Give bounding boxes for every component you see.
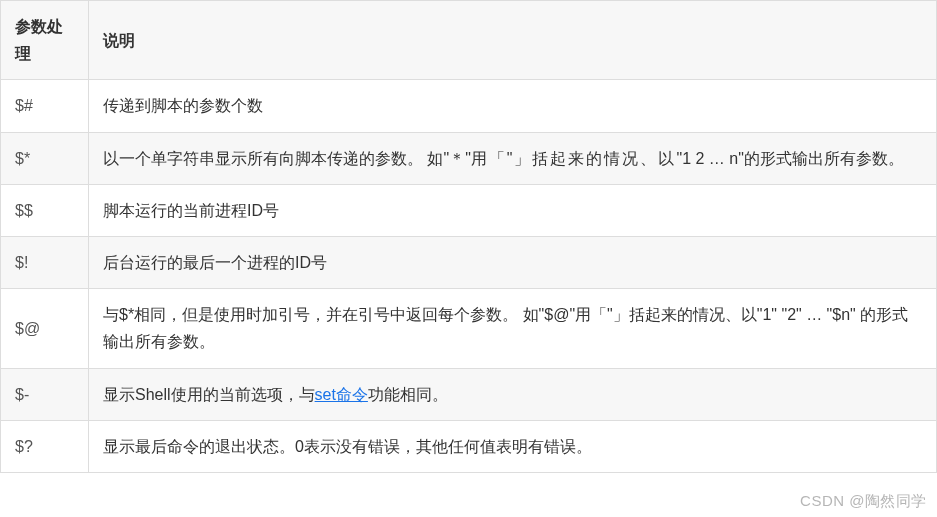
desc-cell: 后台运行的最后一个进程的ID号 bbox=[89, 236, 937, 288]
param-cell: $# bbox=[1, 80, 89, 132]
table-row: $- 显示Shell使用的当前选项，与set命令功能相同。 bbox=[1, 368, 937, 420]
table-row: $? 显示最后命令的退出状态。0表示没有错误，其他任何值表明有错误。 bbox=[1, 420, 937, 472]
param-cell: $@ bbox=[1, 289, 89, 368]
desc-text-spaced: 用「"」括起来的情况、以 bbox=[471, 150, 677, 167]
desc-cell: 传递到脚本的参数个数 bbox=[89, 80, 937, 132]
desc-cell: 以一个单字符串显示所有向脚本传递的参数。 如"＊"用「"」括起来的情况、以"1 … bbox=[89, 132, 937, 184]
table-row: $* 以一个单字符串显示所有向脚本传递的参数。 如"＊"用「"」括起来的情况、以… bbox=[1, 132, 937, 184]
param-cell: $! bbox=[1, 236, 89, 288]
header-param: 参数处理 bbox=[1, 1, 89, 80]
table-row: $@ 与$*相同，但是使用时加引号，并在引号中返回每个参数。 如"$@"用「"」… bbox=[1, 289, 937, 368]
desc-cell: 显示Shell使用的当前选项，与set命令功能相同。 bbox=[89, 368, 937, 420]
table-row: $$ 脚本运行的当前进程ID号 bbox=[1, 184, 937, 236]
parameter-table: 参数处理 说明 $# 传递到脚本的参数个数 $* 以一个单字符串显示所有向脚本传… bbox=[0, 0, 937, 473]
desc-cell: 与$*相同，但是使用时加引号，并在引号中返回每个参数。 如"$@"用「"」括起来… bbox=[89, 289, 937, 368]
param-cell: $$ bbox=[1, 184, 89, 236]
watermark: CSDN @陶然同学 bbox=[800, 492, 927, 511]
header-desc: 说明 bbox=[89, 1, 937, 80]
table-row: $# 传递到脚本的参数个数 bbox=[1, 80, 937, 132]
desc-text-post: 功能相同。 bbox=[368, 386, 448, 403]
param-cell: $? bbox=[1, 420, 89, 472]
set-command-link[interactable]: set命令 bbox=[315, 386, 368, 403]
desc-text-post: "1 2 … n"的形式输出所有参数。 bbox=[677, 150, 904, 167]
desc-cell: 脚本运行的当前进程ID号 bbox=[89, 184, 937, 236]
param-cell: $* bbox=[1, 132, 89, 184]
desc-text-pre: 显示Shell使用的当前选项，与 bbox=[103, 386, 315, 403]
param-cell: $- bbox=[1, 368, 89, 420]
desc-cell: 显示最后命令的退出状态。0表示没有错误，其他任何值表明有错误。 bbox=[89, 420, 937, 472]
table-row: $! 后台运行的最后一个进程的ID号 bbox=[1, 236, 937, 288]
desc-text-pre: 以一个单字符串显示所有向脚本传递的参数。 如"＊" bbox=[103, 150, 471, 167]
header-row: 参数处理 说明 bbox=[1, 1, 937, 80]
